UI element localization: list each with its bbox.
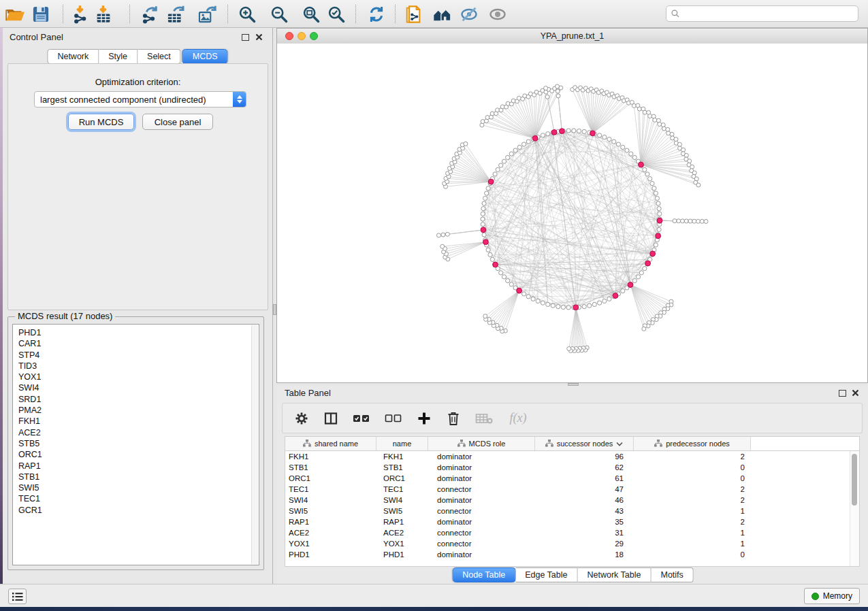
show-columns-icon[interactable] xyxy=(323,410,339,427)
mcds-node[interactable] xyxy=(613,293,618,299)
result-item[interactable]: ACE2 xyxy=(13,427,259,438)
cell: dominator xyxy=(428,518,535,526)
table-row[interactable]: STB1STB1dominator620 xyxy=(285,462,859,473)
search-input[interactable] xyxy=(666,5,858,22)
mcds-node[interactable] xyxy=(517,288,522,293)
mcds-node[interactable] xyxy=(573,305,579,310)
select-all-icon[interactable] xyxy=(352,410,371,427)
share-document-icon[interactable] xyxy=(404,5,423,24)
run-mcds-button[interactable]: Run MCDS xyxy=(68,114,134,130)
mcds-node[interactable] xyxy=(532,135,538,141)
mcds-node[interactable] xyxy=(645,261,651,266)
zoom-selected-icon[interactable] xyxy=(327,5,346,24)
result-item[interactable]: GCR1 xyxy=(13,505,259,516)
network-canvas[interactable] xyxy=(277,44,867,382)
table-row[interactable]: SWI5SWI5connector431 xyxy=(285,506,859,516)
result-item[interactable]: FKH1 xyxy=(13,416,259,427)
result-item[interactable]: SWI5 xyxy=(13,482,259,493)
mcds-node[interactable] xyxy=(656,233,661,239)
deselect-all-icon[interactable] xyxy=(384,410,403,427)
float-panel-icon[interactable] xyxy=(839,390,846,397)
export-network-icon[interactable] xyxy=(140,5,159,24)
tab-node-table[interactable]: Node Table xyxy=(452,567,515,582)
result-item[interactable]: STB5 xyxy=(13,438,259,449)
home-icon[interactable] xyxy=(432,5,451,24)
optimization-criterion-select[interactable]: largest connected component (undirected) xyxy=(34,91,246,108)
result-item[interactable]: SWI4 xyxy=(13,382,259,393)
table-row[interactable]: PHD1PHD1dominator180 xyxy=(285,549,859,560)
mcds-node[interactable] xyxy=(639,162,644,167)
tab-mcds[interactable]: MCDS xyxy=(182,49,228,64)
close-panel-icon[interactable] xyxy=(255,33,263,41)
result-item[interactable]: CAR1 xyxy=(13,338,259,349)
zoom-in-icon[interactable] xyxy=(238,5,257,24)
column-header-successor-nodes[interactable]: successor nodes xyxy=(535,437,634,450)
table-row[interactable]: ORC1ORC1dominator610 xyxy=(285,473,859,484)
network-graph[interactable] xyxy=(277,44,867,382)
column-header-shared-name[interactable]: shared name xyxy=(285,437,376,450)
tab-network[interactable]: Network xyxy=(47,49,99,64)
mcds-result-list[interactable]: PHD1CAR1STP4TID3YOX1SWI4SRD1PMA2FKH1ACE2… xyxy=(12,324,259,565)
result-list-scrollbar[interactable] xyxy=(251,325,258,564)
column-type-icon xyxy=(303,440,311,448)
result-item[interactable]: SRD1 xyxy=(13,394,259,405)
table-row[interactable]: SWI4SWI4dominator462 xyxy=(285,495,859,506)
result-item[interactable]: TEC1 xyxy=(13,493,259,504)
zoom-out-icon[interactable] xyxy=(270,5,289,24)
export-image-icon[interactable] xyxy=(197,5,216,24)
result-item[interactable]: YOX1 xyxy=(13,371,259,382)
hide-details-icon[interactable] xyxy=(460,5,479,24)
mcds-node[interactable] xyxy=(590,131,596,136)
tab-select[interactable]: Select xyxy=(138,49,181,64)
zoom-fit-icon[interactable] xyxy=(302,5,321,24)
import-network-icon[interactable] xyxy=(71,5,90,24)
mcds-node[interactable] xyxy=(481,227,486,233)
table-row[interactable]: YOX1YOX1connector291 xyxy=(285,538,859,549)
table-row[interactable]: RAP1RAP1dominator352 xyxy=(285,516,859,527)
result-item[interactable]: RAP1 xyxy=(13,461,259,472)
tab-style[interactable]: Style xyxy=(99,49,138,64)
mcds-node[interactable] xyxy=(493,262,498,267)
result-item[interactable]: TID3 xyxy=(13,361,259,371)
tab-network-table[interactable]: Network Table xyxy=(578,567,652,582)
table-row[interactable]: ACE2ACE2connector311 xyxy=(285,527,859,538)
scrollbar-thumb[interactable] xyxy=(852,454,857,506)
mcds-node[interactable] xyxy=(657,218,662,223)
refresh-icon[interactable] xyxy=(367,5,386,24)
result-item[interactable]: STB1 xyxy=(13,472,259,482)
result-item[interactable]: STP4 xyxy=(13,350,259,361)
tab-motifs[interactable]: Motifs xyxy=(651,567,693,582)
task-history-button[interactable] xyxy=(8,589,27,604)
column-header-name[interactable]: name xyxy=(376,437,428,450)
search-field[interactable] xyxy=(683,8,858,19)
mcds-node[interactable] xyxy=(488,179,494,184)
column-header-mcds-role[interactable]: MCDS role xyxy=(428,437,535,450)
close-panel-icon[interactable] xyxy=(852,389,859,397)
show-eye-icon[interactable] xyxy=(488,5,507,24)
tab-edge-table[interactable]: Edge Table xyxy=(515,567,577,582)
result-item[interactable]: ORC1 xyxy=(13,449,259,460)
settings-gear-icon[interactable] xyxy=(293,410,310,427)
import-table-icon[interactable] xyxy=(94,5,113,24)
mcds-node[interactable] xyxy=(551,129,557,135)
table-row[interactable]: FKH1FKH1dominator962 xyxy=(285,451,859,462)
mcds-node[interactable] xyxy=(628,282,633,288)
delete-column-icon[interactable] xyxy=(445,410,462,427)
open-file-icon[interactable] xyxy=(5,5,25,24)
result-item[interactable]: PHD1 xyxy=(13,327,259,338)
mcds-node[interactable] xyxy=(560,129,565,134)
export-table-icon[interactable] xyxy=(166,5,185,24)
table-row[interactable]: TEC1TEC1connector472 xyxy=(285,484,859,495)
table-scrollbar[interactable] xyxy=(850,451,859,566)
network-window-titlebar[interactable]: YPA_prune.txt_1 xyxy=(277,29,867,44)
memory-button[interactable]: Memory xyxy=(804,588,860,604)
mcds-node[interactable] xyxy=(483,240,489,245)
result-item[interactable]: PMA2 xyxy=(13,405,259,416)
float-panel-icon[interactable] xyxy=(242,34,249,41)
mcds-node[interactable] xyxy=(650,251,656,257)
column-header-predecessor-nodes[interactable]: predecessor nodes xyxy=(634,437,751,450)
table-header-row: shared namenameMCDS rolesuccessor nodesp… xyxy=(285,437,859,451)
add-column-icon[interactable] xyxy=(416,410,432,427)
save-session-icon[interactable] xyxy=(31,5,50,24)
close-panel-button[interactable]: Close panel xyxy=(142,114,213,130)
